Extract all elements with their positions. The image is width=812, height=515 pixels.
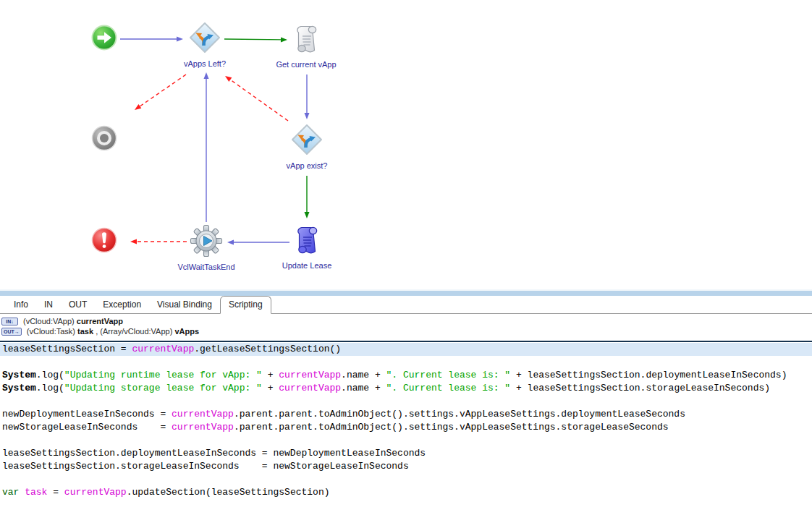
code-editor[interactable]: leaseSettingsSection = currentVapp.getLe… <box>0 341 812 515</box>
code-line[interactable]: newStorageLeaseInSeconds = currentVapp.p… <box>2 421 812 434</box>
scriptable-task-blue-icon <box>292 224 321 258</box>
node-label: Get current vApp <box>276 60 336 69</box>
tab-exception[interactable]: Exception <box>95 297 149 313</box>
tab-out[interactable]: OUT <box>61 297 95 313</box>
node-label: VclWaitTaskEnd <box>177 263 234 271</box>
param-name: currentVapp <box>77 317 123 325</box>
scriptable-task-icon <box>292 22 321 57</box>
edge-get-current-vapp-to-vapp-exist[interactable] <box>305 75 310 119</box>
code-line[interactable]: newDeploymentLeaseInSeconds = currentVap… <box>2 408 812 421</box>
code-line[interactable]: System.log("Updating storage lease for v… <box>2 382 812 395</box>
param-type: , (Array/vCloud:VApp) <box>93 327 174 336</box>
tab-scripting[interactable]: Scripting <box>220 296 271 314</box>
tab-info[interactable]: Info <box>6 297 36 313</box>
tab-visual-binding[interactable]: Visual Binding <box>149 297 220 313</box>
error-end-icon <box>90 226 118 257</box>
edge-vapps-left-to-end[interactable] <box>135 75 186 110</box>
node-label: Update Lease <box>282 261 332 270</box>
code-line[interactable]: leaseSettingsSection.deploymentLeaseInSe… <box>2 447 812 460</box>
workflow-canvas[interactable]: vApps Left?Get current vAppvApp exist?Vc… <box>0 0 812 289</box>
decision-icon <box>188 21 221 57</box>
param-row-in: IN↓(vCloud:VApp) currentVapp <box>1 316 812 326</box>
edge-vcl-wait-task-end-to-vapps-left[interactable] <box>204 72 209 222</box>
edge-vcl-wait-task-end-to-error[interactable] <box>130 239 187 244</box>
param-type: (vCloud:Task) <box>27 327 77 336</box>
code-line[interactable] <box>2 434 812 447</box>
edge-vapp-exist-to-vapps-left[interactable] <box>225 76 288 121</box>
code-line[interactable]: var task = currentVapp.updateSection(lea… <box>2 486 812 499</box>
out-badge-icon: OUT→ <box>1 328 22 336</box>
params-area: IN↓(vCloud:VApp) currentVappOUT→(vCloud:… <box>0 315 812 336</box>
edge-vapps-left-to-get-current-vapp[interactable] <box>224 37 287 42</box>
node-label: vApp exist? <box>287 161 328 170</box>
workflow-editor-window: vApps Left?Get current vAppvApp exist?Vc… <box>0 0 812 515</box>
code-line[interactable] <box>2 356 812 369</box>
decision-icon <box>290 123 323 159</box>
param-name: task <box>77 327 93 336</box>
node-label: vApps Left? <box>184 59 226 68</box>
edge-update-lease-to-vcl-wait-task-end[interactable] <box>227 240 289 245</box>
param-row-out: OUT→(vCloud:Task) task , (Array/vCloud:V… <box>1 326 812 336</box>
code-line[interactable] <box>2 395 812 408</box>
action-gear-icon <box>190 224 223 260</box>
start-icon <box>90 24 118 54</box>
param-type: (vCloud:VApp) <box>23 317 77 325</box>
code-line[interactable]: leaseSettingsSection.storageLeaseInSecon… <box>2 460 812 473</box>
splitter-handle[interactable] <box>0 289 812 296</box>
end-icon <box>90 124 118 155</box>
edge-vapp-exist-to-update-lease[interactable] <box>305 176 310 218</box>
in-badge-icon: IN↓ <box>1 318 18 325</box>
edges-layer <box>0 0 812 289</box>
code-line[interactable]: System.log("Updating runtime lease for v… <box>2 369 812 382</box>
param-name: vApps <box>174 327 199 336</box>
code-line[interactable]: leaseSettingsSection = currentVapp.getLe… <box>0 343 812 356</box>
edge-start-to-vapps-left[interactable] <box>120 37 183 42</box>
tab-bar: InfoINOUTExceptionVisual BindingScriptin… <box>0 296 812 314</box>
tab-in[interactable]: IN <box>36 297 61 313</box>
code-line[interactable] <box>2 473 812 486</box>
